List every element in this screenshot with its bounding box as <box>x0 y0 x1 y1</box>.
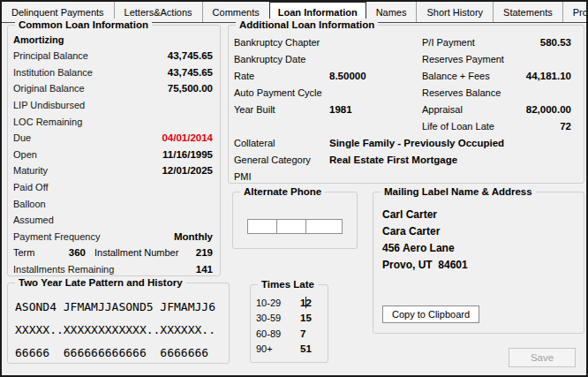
bankruptcy-date-row: Bankruptcy Date Reserves Payment <box>234 50 571 67</box>
term-installment-row: Term 360 Installment Number 219 <box>13 245 213 261</box>
field-label: Appraisal <box>422 104 521 115</box>
tab-statements[interactable]: Statements <box>494 2 563 22</box>
field-label: Bankruptcy Chapter <box>234 37 329 48</box>
installment-number-value: 219 <box>196 247 213 258</box>
field-label: P/I Payment <box>422 37 521 48</box>
maturity-row: Maturity 12/01/2025 <box>13 162 213 179</box>
field-label: Institution Balance <box>13 67 168 78</box>
payment-frequency-row: Payment Frequency Monthly <box>13 229 213 245</box>
field-value: Real Estate First Mortgage <box>329 155 457 165</box>
principal-balance-row: Principal Balance 43,745.65 <box>13 48 213 64</box>
range-value: 51 <box>300 343 312 354</box>
assumed-row: Assumed <box>13 212 213 229</box>
times-late-30-59-row: 30-59 15 <box>256 311 328 327</box>
field-label: Principal Balance <box>13 50 168 61</box>
save-button[interactable]: Save <box>509 348 576 367</box>
times-late-10-29-row: 10-29 12 <box>256 295 328 311</box>
field-label: Year Built <box>234 104 329 115</box>
field-label: General Category <box>234 155 329 165</box>
field-value: 580.53 <box>521 37 571 48</box>
tab-property[interactable]: Property <box>563 2 586 22</box>
field-label: Maturity <box>13 165 162 176</box>
amortizing-label: Amortizing <box>13 33 213 48</box>
field-value: 44,181.10 <box>521 71 571 81</box>
field-label: Collateral <box>234 138 329 148</box>
paid-off-row: Paid Off <box>13 179 213 196</box>
field-value: 1981 <box>329 104 422 115</box>
range-value: 7 <box>300 328 305 339</box>
alt-phone-area-input[interactable] <box>247 219 277 234</box>
lip-undisbursed-row: LIP Undisbursed <box>13 97 213 114</box>
collateral-row: Collateral Single Family - Previously Oc… <box>234 134 571 151</box>
alternate-phone-group: Alternate Phone <box>232 192 358 249</box>
tab-short-history[interactable]: Short History <box>417 2 494 22</box>
field-label: Payment Frequency <box>13 231 174 242</box>
field-label: Original Balance <box>13 83 168 94</box>
alternate-phone-inputs <box>247 219 357 234</box>
late-pattern-group: Two Year Late Pattern and History ASOND4… <box>7 283 230 364</box>
field-label: Life of Loan Late <box>422 121 521 132</box>
times-late-90plus-row: 90+ 51 <box>256 342 328 358</box>
field-value: Single Family - Previously Occupied <box>329 138 504 148</box>
range-label: 90+ <box>256 343 300 354</box>
alt-phone-prefix-input[interactable] <box>276 219 306 234</box>
field-label: PMI <box>234 171 329 182</box>
field-label: Paid Off <box>13 182 213 192</box>
due-date-value: 04/01/2014 <box>162 132 213 143</box>
field-label: Balloon <box>13 199 213 209</box>
late-pattern-codes-row: 66666 666666666666 6666666 <box>15 342 229 365</box>
rate-row: Rate 8.50000 Balance + Fees 44,181.10 <box>234 67 571 84</box>
alternate-phone-title: Alternate Phone <box>240 185 325 198</box>
general-category-row: General Category Real Estate First Mortg… <box>234 151 571 168</box>
original-balance-row: Original Balance 75,500.00 <box>13 80 213 97</box>
field-label: Reserves Payment <box>422 54 521 64</box>
field-value: 11/16/1995 <box>162 149 213 160</box>
times-late-60-89-row: 60-89 7 <box>256 326 328 342</box>
installments-remaining-row: Installments Remaining 141 <box>13 261 213 278</box>
field-value: 43,745.65 <box>168 50 213 61</box>
due-date-row: Due 04/01/2014 <box>13 130 213 147</box>
times-late-title: Times Late <box>258 278 318 290</box>
field-value: 12/01/2025 <box>162 165 213 176</box>
range-label: 60-89 <box>256 328 300 339</box>
life-of-loan-late-row: Life of Loan Late 72 <box>234 117 571 134</box>
additional-loan-information-title: Additional Loan Information <box>236 19 378 31</box>
mailing-line-1: Carl Carter <box>382 207 584 223</box>
times-late-group: Times Late 10-29 12 30-59 15 60-89 7 90+… <box>250 284 328 363</box>
field-value: 8.50000 <box>329 71 422 81</box>
mailing-line-3: 456 Aero Lane <box>382 240 584 257</box>
field-value: 72 <box>521 121 571 132</box>
field-label: LIP Undisbursed <box>13 100 213 110</box>
auto-payment-cycle-row: Auto Payment Cycle Reserves Balance <box>234 84 571 101</box>
common-loan-information-title: Common Loan Information <box>15 19 152 31</box>
range-value[interactable]: 12 <box>300 298 312 308</box>
field-value: 43,745.65 <box>168 67 213 78</box>
field-label: Assumed <box>13 215 213 225</box>
field-label: Open <box>13 149 162 160</box>
mailing-line-4: Provo, UT 84601 <box>382 257 584 274</box>
field-value: 82,000.00 <box>521 104 571 115</box>
field-label: Auto Payment Cycle <box>234 87 329 98</box>
loc-remaining-row: LOC Remaining <box>13 113 213 130</box>
field-label: Rate <box>234 71 329 81</box>
mailing-label-group: Mailing Label Name & Address Carl Carter… <box>373 192 584 334</box>
copy-to-clipboard-button[interactable]: Copy to Clipboard <box>382 305 479 323</box>
balloon-row: Balloon <box>13 195 213 212</box>
range-label: 10-29 <box>256 298 300 308</box>
loan-servicing-window: Delinquent Payments Letters&Actions Comm… <box>0 0 588 377</box>
field-value: 75,500.00 <box>168 83 213 94</box>
term-label: Term <box>13 247 52 258</box>
institution-balance-row: Institution Balance 43,745.65 <box>13 64 213 81</box>
alt-phone-line-input[interactable] <box>305 219 343 234</box>
common-loan-information-group: Common Loan Information Amortizing Princ… <box>7 25 221 276</box>
term-value: 360 <box>52 247 86 258</box>
late-pattern-months-row: ASOND4 JFMAMJJASOND5 JFMAMJJ6 <box>15 296 229 319</box>
field-label: Due <box>13 132 162 143</box>
field-label: Balance + Fees <box>422 71 521 81</box>
additional-loan-information-group: Additional Loan Information Bankruptcy C… <box>228 25 584 184</box>
range-value: 15 <box>300 313 312 323</box>
late-pattern-title: Two Year Late Pattern and History <box>15 276 186 289</box>
field-label: Installments Remaining <box>13 264 196 275</box>
bankruptcy-chapter-row: Bankruptcy Chapter P/I Payment 580.53 <box>234 34 571 50</box>
installment-number-label: Installment Number <box>94 247 196 258</box>
